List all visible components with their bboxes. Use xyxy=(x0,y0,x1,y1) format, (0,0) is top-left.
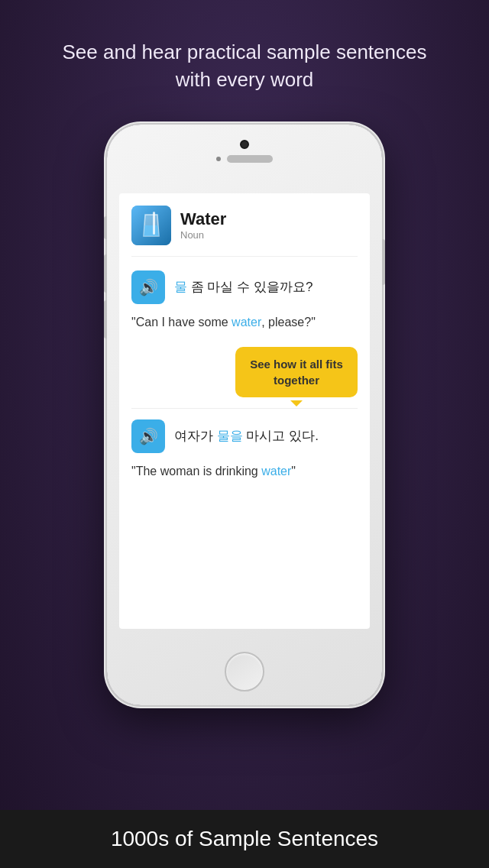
audio-row-2: 🔊 여자가 물을 마시고 있다. xyxy=(131,419,358,453)
korean-sentence-2: 여자가 물을 마시고 있다. xyxy=(174,427,319,445)
korean-sentence-1: 물 좀 마실 수 있을까요? xyxy=(174,278,313,296)
sentence-divider xyxy=(131,408,358,409)
home-button[interactable] xyxy=(225,652,264,691)
korean-highlight-2: 물을 xyxy=(217,429,243,443)
bottom-bar: 1000s of Sample Sentences xyxy=(0,810,489,868)
front-camera xyxy=(240,140,249,149)
word-image xyxy=(131,206,171,245)
volume-up-button xyxy=(104,254,107,293)
phone-screen: Water Noun 🔊 물 좀 마실 수 있을까요? xyxy=(119,193,370,629)
speaker-row xyxy=(216,155,273,163)
header-text: See and hear practical sample sentences … xyxy=(0,0,489,117)
earpiece-speaker xyxy=(227,155,273,163)
footer-label: 1000s of Sample Sentences xyxy=(111,827,378,850)
audio-button-2[interactable]: 🔊 xyxy=(131,419,165,453)
word-name: Water xyxy=(180,209,226,229)
word-thumbnail xyxy=(131,206,171,245)
phone-device: Water Noun 🔊 물 좀 마실 수 있을까요? xyxy=(107,125,382,705)
header-title: See and hear practical sample sentences … xyxy=(63,40,427,91)
word-info: Water Noun xyxy=(180,209,226,241)
korean-highlight-1: 물 xyxy=(174,280,187,294)
mute-button xyxy=(104,216,107,239)
phone-top-area xyxy=(216,140,273,163)
screen-content: Water Noun 🔊 물 좀 마실 수 있을까요? xyxy=(119,193,370,629)
sentence-block-1: 🔊 물 좀 마실 수 있을까요? "Can I have some water,… xyxy=(131,270,358,335)
volume-down-button xyxy=(104,300,107,338)
audio-icon-1: 🔊 xyxy=(139,278,158,296)
word-header: Water Noun xyxy=(131,206,358,257)
tooltip-bubble: See how it all fits together xyxy=(235,347,358,397)
english-highlight-2: water xyxy=(261,465,291,478)
english-highlight-1: water xyxy=(232,316,261,329)
power-button xyxy=(382,239,385,285)
svg-rect-1 xyxy=(153,212,155,235)
phone-frame: Water Noun 🔊 물 좀 마실 수 있을까요? xyxy=(107,125,382,705)
audio-row-1: 🔊 물 좀 마실 수 있을까요? xyxy=(131,270,358,304)
word-part-of-speech: Noun xyxy=(180,229,226,241)
audio-icon-2: 🔊 xyxy=(139,427,158,445)
sentence-block-2: 🔊 여자가 물을 마시고 있다. "The woman is drinking … xyxy=(131,419,358,484)
english-sentence-2: "The woman is drinking water" xyxy=(131,459,358,484)
tooltip-text: See how it all fits together xyxy=(250,358,343,387)
tooltip-container: See how it all fits together xyxy=(131,347,358,397)
audio-button-1[interactable]: 🔊 xyxy=(131,270,165,304)
english-sentence-1: "Can I have some water, please?" xyxy=(131,310,358,335)
sensor-dot xyxy=(216,157,221,161)
